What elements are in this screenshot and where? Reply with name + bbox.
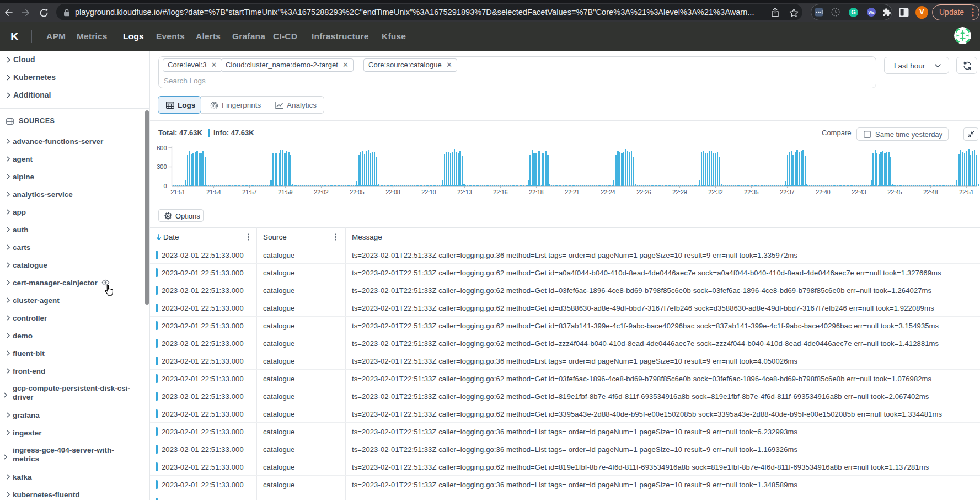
svg-text:22:24: 22:24 — [601, 189, 615, 195]
svg-text:21:51: 21:51 — [170, 189, 185, 195]
svg-text:21:57: 21:57 — [242, 189, 256, 195]
svg-text:0: 0 — [163, 183, 167, 189]
svg-text:22:43: 22:43 — [852, 189, 866, 195]
svg-text:22:45: 22:45 — [887, 189, 902, 195]
svg-text:22:21: 22:21 — [565, 189, 579, 195]
svg-text:22:13: 22:13 — [457, 189, 472, 195]
svg-text:G: G — [851, 9, 856, 15]
svg-text:22:16: 22:16 — [493, 189, 507, 195]
svg-text:300: 300 — [157, 163, 167, 170]
svg-text:22:26: 22:26 — [636, 189, 651, 195]
svg-text:22:18: 22:18 — [529, 189, 543, 195]
svg-text:22:05: 22:05 — [350, 189, 364, 195]
svg-text:22:37: 22:37 — [780, 189, 794, 195]
svg-text:22:32: 22:32 — [708, 189, 722, 195]
svg-text:21:54: 21:54 — [206, 189, 221, 195]
svg-text:22:35: 22:35 — [744, 189, 758, 195]
svg-text:22:10: 22:10 — [421, 189, 436, 195]
svg-text:22:02: 22:02 — [314, 189, 328, 195]
svg-text:22:48: 22:48 — [923, 189, 938, 195]
svg-text:600: 600 — [157, 145, 167, 151]
svg-text:21:59: 21:59 — [278, 189, 292, 195]
svg-text:22:51: 22:51 — [959, 189, 973, 195]
svg-text:Ws: Ws — [868, 10, 874, 15]
svg-text:22:40: 22:40 — [816, 189, 830, 195]
svg-text:22:29: 22:29 — [672, 189, 687, 195]
svg-text:22:08: 22:08 — [385, 189, 400, 195]
